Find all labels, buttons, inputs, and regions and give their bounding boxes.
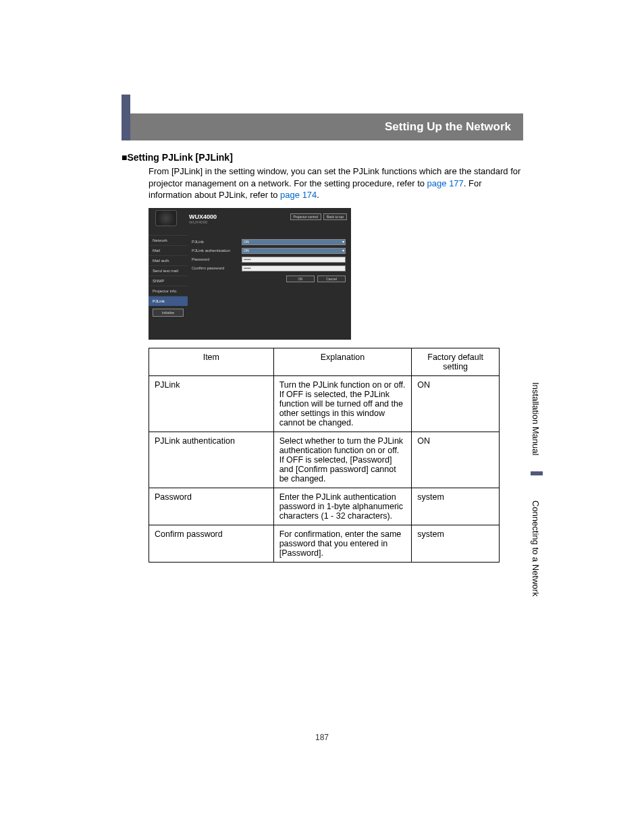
- settings-table: Item Explanation Factory default setting…: [149, 348, 500, 563]
- section-heading-text: Setting PJLink [PJLink]: [127, 152, 232, 163]
- intro-paragraph: From [PJLink] in the setting window, you…: [122, 165, 523, 201]
- sidebar-item-snmp[interactable]: SNMP: [149, 276, 188, 286]
- label-password: Password: [192, 257, 242, 261]
- cell-explanation: Turn the PJLink function on or off. If O…: [273, 375, 412, 432]
- page-title: Setting Up the Network: [385, 120, 511, 134]
- page-number: 187: [0, 733, 644, 742]
- cell-default: system: [412, 488, 500, 525]
- back-to-top-button[interactable]: Back to top: [323, 213, 347, 220]
- page-header: Setting Up the Network: [122, 113, 523, 140]
- screenshot-title: WUX4000: [189, 213, 217, 220]
- initialize-button[interactable]: Initialize: [153, 309, 184, 317]
- ok-button[interactable]: OK: [286, 276, 315, 282]
- sidebar-item-network[interactable]: Network: [149, 235, 188, 245]
- select-pjlink[interactable]: ON: [242, 239, 346, 245]
- sidebar-item-mail-auth[interactable]: Mail auth.: [149, 255, 188, 265]
- sidebar-item-send-test-mail[interactable]: Send test mail: [149, 265, 188, 276]
- input-password[interactable]: ••••••: [242, 257, 346, 263]
- header-default: Factory default setting: [412, 348, 500, 375]
- cell-item: Password: [149, 488, 274, 525]
- cell-explanation: For confirmation, enter the same passwor…: [273, 525, 412, 562]
- label-pjlink: PJLink: [192, 240, 242, 244]
- table-row: PJLink authentication Select whether to …: [149, 432, 500, 488]
- settings-screenshot: WUX4000 WUX4000 Projector control Back t…: [149, 208, 351, 340]
- table-header-row: Item Explanation Factory default setting: [149, 348, 500, 375]
- select-pjlink-auth[interactable]: ON: [242, 248, 346, 254]
- content-area: ■Setting PJLink [PJLink] From [PJLink] i…: [122, 152, 523, 563]
- header-item: Item: [149, 348, 274, 375]
- screenshot-header: WUX4000 WUX4000: [189, 213, 217, 224]
- tab-separator-icon: [531, 471, 543, 475]
- table-row: Confirm password For confirmation, enter…: [149, 525, 500, 562]
- cell-default: ON: [412, 432, 500, 488]
- link-page-174[interactable]: page 174: [280, 190, 317, 200]
- input-confirm-password[interactable]: ••••••: [242, 265, 346, 271]
- row-confirm-password: Confirm password ••••••: [192, 265, 346, 271]
- header-explanation: Explanation: [273, 348, 412, 375]
- row-password: Password ••••••: [192, 257, 346, 263]
- side-tab-connecting-network: Connecting to a Network: [531, 481, 541, 616]
- label-confirm-password: Confirm password: [192, 266, 242, 270]
- screenshot-form: PJLink ON PJLink authentication ON Passw…: [192, 239, 346, 282]
- screenshot-top-buttons: Projector control Back to top: [290, 213, 347, 220]
- projector-control-button[interactable]: Projector control: [290, 213, 321, 220]
- link-page-177[interactable]: page 177: [427, 178, 464, 188]
- section-heading: ■Setting PJLink [PJLink]: [122, 152, 523, 163]
- cell-item: PJLink: [149, 375, 274, 432]
- side-tab-installation-manual: Installation Manual: [531, 371, 541, 466]
- screenshot-subtitle: WUX4000: [189, 220, 217, 224]
- table-row: PJLink Turn the PJLink function on or of…: [149, 375, 500, 432]
- sidebar-item-projector-info[interactable]: Projector info.: [149, 286, 188, 296]
- screenshot-sidebar: Network Mail Mail auth. Send test mail S…: [149, 235, 188, 319]
- cancel-button[interactable]: Cancel: [317, 276, 346, 282]
- side-tabs: Installation Manual Connecting to a Netw…: [531, 371, 544, 616]
- projector-lens-icon: [155, 210, 177, 226]
- intro-text-3: .: [317, 190, 319, 200]
- row-pjlink: PJLink ON: [192, 239, 346, 245]
- sidebar-item-pjlink[interactable]: PJLink: [149, 296, 188, 306]
- cell-explanation: Select whether to turn the PJLink authen…: [273, 432, 412, 488]
- cell-default: system: [412, 525, 500, 562]
- cell-explanation: Enter the PJLink authentication password…: [273, 488, 412, 525]
- form-buttons: OK Cancel: [192, 276, 346, 282]
- row-pjlink-auth: PJLink authentication ON: [192, 248, 346, 254]
- cell-item: Confirm password: [149, 525, 274, 562]
- sidebar-accent: [122, 95, 130, 140]
- sidebar-item-mail[interactable]: Mail: [149, 245, 188, 255]
- cell-default: ON: [412, 375, 500, 432]
- label-pjlink-auth: PJLink authentication: [192, 249, 242, 253]
- table-row: Password Enter the PJLink authentication…: [149, 488, 500, 525]
- cell-item: PJLink authentication: [149, 432, 274, 488]
